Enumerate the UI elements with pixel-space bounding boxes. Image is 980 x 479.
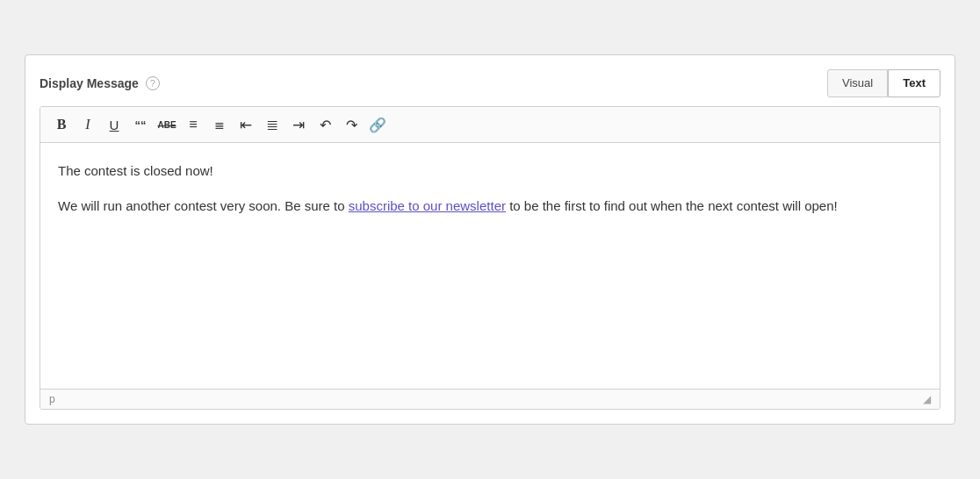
editor-content[interactable]: The contest is closed now! We will run a… bbox=[40, 143, 940, 389]
italic-button[interactable]: I bbox=[76, 112, 100, 137]
paragraph-1: The contest is closed now! bbox=[58, 161, 922, 182]
help-icon[interactable]: ? bbox=[146, 76, 160, 90]
redo-button[interactable]: ↷ bbox=[339, 112, 364, 137]
strikethrough-button[interactable]: ABE bbox=[155, 112, 179, 137]
align-center-button[interactable]: ≣ bbox=[260, 112, 285, 137]
unordered-list-button[interactable]: ≡ bbox=[181, 112, 205, 137]
ordered-list-button[interactable]: ≣ bbox=[207, 112, 232, 137]
tab-text[interactable]: Text bbox=[888, 69, 940, 97]
tab-group: Visual Text bbox=[827, 69, 940, 97]
editor-wrapper: B I U ““ ABE ≡ ≣ ⇤ ≣ ⇥ ↶ ↷ 🔗 The contest… bbox=[40, 106, 940, 410]
bold-button[interactable]: B bbox=[49, 112, 74, 137]
footer-tag: p bbox=[49, 393, 55, 405]
toolbar: B I U ““ ABE ≡ ≣ ⇤ ≣ ⇥ ↶ ↷ 🔗 bbox=[40, 107, 940, 143]
editor-footer: p ◢ bbox=[40, 389, 940, 409]
link-button[interactable]: 🔗 bbox=[365, 112, 390, 137]
undo-button[interactable]: ↶ bbox=[313, 112, 337, 137]
align-left-button[interactable]: ⇤ bbox=[234, 112, 258, 137]
field-label: Display Message bbox=[40, 76, 139, 90]
tab-visual[interactable]: Visual bbox=[827, 69, 888, 97]
underline-button[interactable]: U bbox=[102, 112, 126, 137]
resize-icon[interactable]: ◢ bbox=[923, 393, 931, 405]
paragraph-2-after: to be the first to find out when the nex… bbox=[506, 198, 838, 213]
newsletter-link[interactable]: subscribe to our newsletter bbox=[349, 198, 506, 213]
paragraph-2-before: We will run another contest very soon. B… bbox=[58, 198, 349, 213]
blockquote-button[interactable]: ““ bbox=[128, 112, 153, 137]
label-area: Display Message ? bbox=[40, 76, 160, 90]
paragraph-2: We will run another contest very soon. B… bbox=[58, 196, 922, 217]
align-right-button[interactable]: ⇥ bbox=[286, 112, 311, 137]
header-row: Display Message ? Visual Text bbox=[40, 69, 940, 97]
editor-container: Display Message ? Visual Text B I U ““ A… bbox=[25, 54, 955, 425]
